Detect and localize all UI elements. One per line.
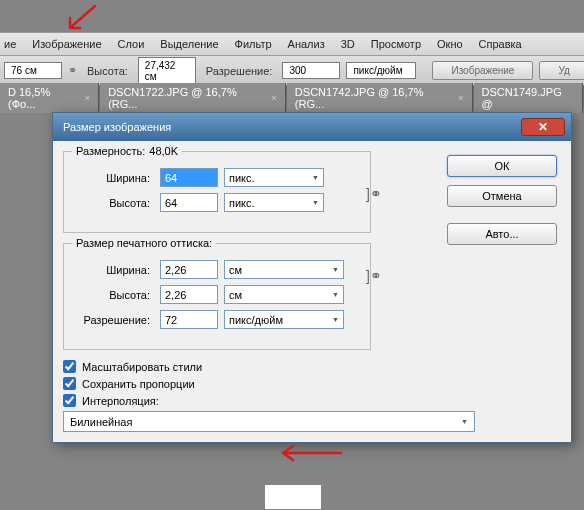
menu-item-edit-partial[interactable]: ие bbox=[4, 34, 24, 54]
constrain-link-icon: ]⚭ bbox=[366, 268, 382, 284]
image-size-dialog: Размер изображения ✕ ОК Отмена Авто... Р… bbox=[52, 112, 572, 443]
print-width-label: Ширина: bbox=[76, 264, 154, 276]
interpolation-checkbox[interactable]: Интерполяция: bbox=[63, 394, 561, 407]
print-res-label: Разрешение: bbox=[76, 314, 154, 326]
menu-item-3d[interactable]: 3D bbox=[333, 34, 363, 54]
width-input[interactable] bbox=[160, 168, 218, 187]
constrain-proportions-checkbox[interactable]: Сохранить пропорции bbox=[63, 377, 561, 390]
options-bar: 76 см ⚭ Высота: 27,432 см Разрешение: 30… bbox=[0, 56, 584, 86]
menu-item-layers[interactable]: Слои bbox=[110, 34, 153, 54]
height-unit-select[interactable]: пикс. bbox=[224, 193, 324, 212]
width-value[interactable]: 76 см bbox=[4, 62, 62, 79]
close-icon[interactable]: × bbox=[85, 93, 90, 103]
print-height-input[interactable] bbox=[160, 285, 218, 304]
dialog-titlebar[interactable]: Размер изображения ✕ bbox=[53, 113, 571, 141]
dialog-title: Размер изображения bbox=[63, 121, 171, 133]
height-label: Высота: bbox=[76, 197, 154, 209]
print-width-input[interactable] bbox=[160, 260, 218, 279]
cancel-button[interactable]: Отмена bbox=[447, 185, 557, 207]
tab-doc-0[interactable]: D 16,5% (Фо...× bbox=[0, 83, 99, 113]
white-box bbox=[265, 485, 321, 509]
height-input[interactable] bbox=[160, 193, 218, 212]
annotation-arrow-proportions bbox=[275, 441, 345, 467]
constrain-link-icon: ]⚭ bbox=[366, 186, 382, 202]
annotation-arrow-top bbox=[60, 2, 100, 36]
close-icon[interactable]: × bbox=[458, 93, 463, 103]
tab-doc-3[interactable]: DSCN1749.JPG @ bbox=[474, 83, 583, 113]
undo-button[interactable]: Уд bbox=[539, 61, 584, 80]
menu-item-image[interactable]: Изображение bbox=[24, 34, 109, 54]
document-tabs: D 16,5% (Фо...× DSCN1722.JPG @ 16,7% (RG… bbox=[0, 86, 584, 108]
print-height-unit-select[interactable]: см bbox=[224, 285, 344, 304]
menu-item-select[interactable]: Выделение bbox=[152, 34, 226, 54]
link-icon[interactable]: ⚭ bbox=[68, 64, 77, 77]
close-icon[interactable]: × bbox=[272, 93, 277, 103]
height-value[interactable]: 27,432 см bbox=[138, 57, 196, 85]
resolution-label: Разрешение: bbox=[202, 65, 277, 77]
unit-select[interactable]: пикс/дюйм bbox=[346, 62, 416, 79]
pixel-dimensions-group: Размерность:48,0K Ширина: пикс. Высота: … bbox=[63, 151, 371, 233]
width-unit-select[interactable]: пикс. bbox=[224, 168, 324, 187]
interpolation-select[interactable]: Билинейная bbox=[63, 411, 475, 432]
menu-item-view[interactable]: Просмотр bbox=[363, 34, 429, 54]
tab-doc-2[interactable]: DSCN1742.JPG @ 16,7% (RG...× bbox=[287, 83, 473, 113]
width-label: Ширина: bbox=[76, 172, 154, 184]
menu-item-analysis[interactable]: Анализ bbox=[280, 34, 333, 54]
print-height-label: Высота: bbox=[76, 289, 154, 301]
dimensions-label: Размерность: bbox=[76, 145, 145, 157]
menu-item-filter[interactable]: Фильтр bbox=[227, 34, 280, 54]
tab-doc-1[interactable]: DSCN1722.JPG @ 16,7% (RG...× bbox=[100, 83, 286, 113]
print-size-group: Размер печатного оттиска: Ширина: см Выс… bbox=[63, 243, 371, 350]
scale-styles-checkbox[interactable]: Масштабировать стили bbox=[63, 360, 561, 373]
image-button[interactable]: Изображение bbox=[432, 61, 533, 80]
menu-item-window[interactable]: Окно bbox=[429, 34, 471, 54]
print-res-unit-select[interactable]: пикс/дюйм bbox=[224, 310, 344, 329]
auto-button[interactable]: Авто... bbox=[447, 223, 557, 245]
print-width-unit-select[interactable]: см bbox=[224, 260, 344, 279]
print-size-label: Размер печатного оттиска: bbox=[72, 237, 216, 249]
close-button[interactable]: ✕ bbox=[521, 118, 565, 136]
resolution-value[interactable]: 300 bbox=[282, 62, 340, 79]
height-label: Высота: bbox=[83, 65, 132, 77]
dimensions-size: 48,0K bbox=[149, 145, 178, 157]
ok-button[interactable]: ОК bbox=[447, 155, 557, 177]
menu-item-help[interactable]: Справка bbox=[471, 34, 530, 54]
print-res-input[interactable] bbox=[160, 310, 218, 329]
